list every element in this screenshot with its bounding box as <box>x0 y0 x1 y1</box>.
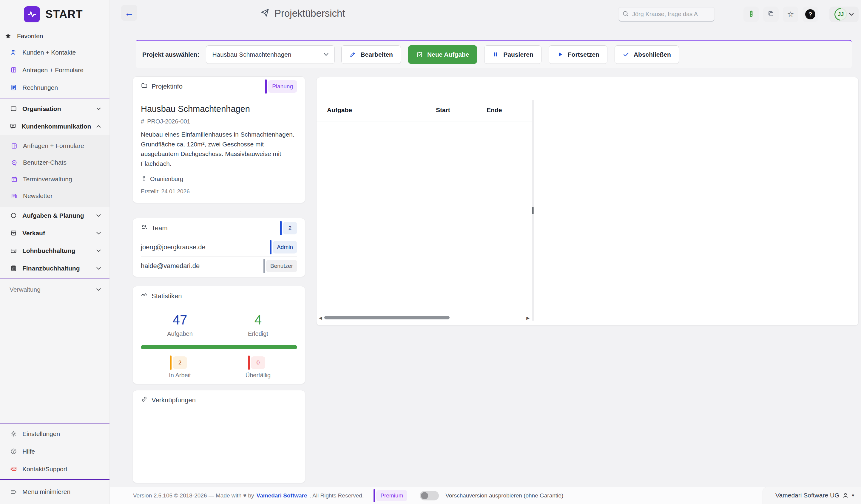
sidebar-item-terminverwaltung[interactable]: Terminverwaltung <box>0 171 109 187</box>
windows-button[interactable] <box>763 6 779 22</box>
sidebar-item-lohnbuchhaltung[interactable]: Lohnbuchhaltung <box>0 242 109 260</box>
sidebar-item-label: Menü minimieren <box>22 488 70 495</box>
hash-icon: # <box>141 118 144 125</box>
pencil-icon <box>349 51 356 58</box>
sidebar-item-favoriten[interactable]: Favoriten <box>0 29 109 44</box>
clipboard-icon <box>416 51 423 58</box>
sidebar-item-kontakt-support[interactable]: Kontakt/Support <box>0 460 109 478</box>
sidebar-item-einstellungen[interactable]: Einstellungen <box>0 425 109 443</box>
copy-windows-icon <box>767 10 775 18</box>
sidebar-item-hilfe[interactable]: Hilfe <box>0 443 109 460</box>
avatar: JJ <box>832 5 849 23</box>
role-badge: Benutzer <box>266 260 297 272</box>
button-label: Neue Aufgabe <box>427 51 469 58</box>
app-logo[interactable]: START <box>0 0 109 29</box>
in-progress-badge: 2 <box>173 356 187 369</box>
archive-icon <box>10 229 17 237</box>
folder-icon <box>141 82 148 91</box>
pane-splitter[interactable] <box>532 100 534 321</box>
sidebar-item-verkauf[interactable]: Verkauf <box>0 224 109 242</box>
chevron-down-icon <box>96 107 101 111</box>
sidebar-item-label: Benutzer-Chats <box>23 159 67 166</box>
arrow-left-icon: ← <box>124 8 134 18</box>
chevron-up-icon <box>96 125 101 128</box>
user-menu[interactable]: JJ <box>829 6 859 22</box>
sidebar-nav: FavoritenKunden + KontakteAnfragen + For… <box>0 29 109 298</box>
sidebar-item-rechnungen[interactable]: Rechnungen <box>0 79 109 96</box>
scrollbar-thumb[interactable] <box>324 316 450 319</box>
search-input[interactable] <box>632 11 711 18</box>
sidebar-item-finanzbuchhaltung[interactable]: Finanzbuchhaltung <box>0 260 109 277</box>
sidebar: START FavoritenKunden + KontakteAnfragen… <box>0 0 110 504</box>
people-icon <box>141 224 148 232</box>
gantt-chart[interactable] <box>534 100 858 321</box>
project-location: Oranienburg <box>141 175 297 183</box>
pausieren-button[interactable]: Pausieren <box>484 45 541 64</box>
sidebar-item-benutzer-chats[interactable]: Benutzer-Chats <box>0 154 109 171</box>
stats-badges: 2 In Arbeit 0 Überfällig <box>141 356 297 379</box>
pause-icon <box>492 51 499 58</box>
abschliessen-button[interactable]: Abschließen <box>615 45 679 64</box>
version-text: Version 2.5.105 © 2018-2026 — Made with … <box>133 492 254 499</box>
team-title: Team <box>152 224 168 232</box>
favorites-button[interactable]: ☆ <box>783 6 798 22</box>
sidebar-item-label: Lohnbuchhaltung <box>22 247 75 254</box>
traffic-light-button[interactable] <box>743 6 759 22</box>
back-button[interactable]: ← <box>121 5 137 21</box>
neue-aufgabe-button[interactable]: Neue Aufgabe <box>408 45 477 64</box>
horizontal-scrollbar[interactable]: ◀ ▶ <box>316 314 532 321</box>
sidebar-item-aufgaben-planung[interactable]: Aufgaben & Planung <box>0 207 109 224</box>
chevron-down-icon <box>96 249 101 253</box>
link-icon <box>141 396 148 404</box>
global-search[interactable] <box>618 7 715 22</box>
sidebar-item-label: Terminverwaltung <box>23 176 72 183</box>
vendor-link[interactable]: Vamedari Software <box>257 492 307 499</box>
sidebar-item-label: Kunden + Kontakte <box>22 49 76 56</box>
tasks-count: 47 <box>141 312 219 327</box>
account-switcher[interactable]: Vamedari Software UG ▾ <box>763 487 861 504</box>
mail-icon <box>10 465 17 472</box>
sidebar-item-kunden-kontakte[interactable]: Kunden + Kontakte <box>0 44 109 61</box>
account-name: Vamedari Software UG <box>775 492 839 499</box>
role-badge: Admin <box>273 241 297 253</box>
sidebar-item-menu-minimieren[interactable]: Menü minimieren <box>0 481 109 502</box>
circle-icon <box>10 212 17 219</box>
project-select-value: Hausbau Schmachtenhagen <box>212 51 291 58</box>
play-icon <box>557 51 563 58</box>
bearbeiten-button[interactable]: Bearbeiten <box>341 45 401 64</box>
form-icon <box>10 142 18 150</box>
project-info-card: Projektinfo Planung Hausbau Schmachtenha… <box>133 76 305 203</box>
chevron-down-icon <box>96 232 101 235</box>
project-select-label: Projekt auswählen: <box>142 51 199 58</box>
splitter-handle[interactable] <box>532 207 534 214</box>
sidebar-item-label: Kundenkommunikation <box>22 123 91 130</box>
project-code: #PROJ-2026-001 <box>141 118 297 125</box>
col-task: Aufgabe <box>327 107 352 114</box>
sidebar-item-kundenkommunikation[interactable]: Kundenkommunikation <box>0 117 109 135</box>
sidebar-item-organisation[interactable]: Organisation <box>0 100 109 117</box>
scroll-left-icon[interactable]: ◀ <box>319 316 322 320</box>
progress-fill <box>141 345 297 349</box>
sidebar-item-newsletter[interactable]: Newsletter <box>0 187 109 204</box>
chevron-down-icon <box>96 267 101 270</box>
location-pin-icon <box>141 175 147 183</box>
preview-toggle[interactable] <box>420 491 439 501</box>
help-icon <box>10 448 17 455</box>
chevron-down-icon <box>324 53 328 56</box>
fortsetzen-button[interactable]: Fortsetzen <box>549 45 607 64</box>
invoice-icon <box>10 84 17 91</box>
tab-bar <box>316 77 858 100</box>
page-title: Projektübersicht <box>260 8 345 19</box>
sidebar-item-label: Verwaltung <box>10 286 41 293</box>
team-rows: joerg@joergkrause.deAdminhaide@vamedari.… <box>141 238 297 275</box>
project-select[interactable]: Hausbau Schmachtenhagen <box>206 45 335 64</box>
search-icon <box>622 10 629 18</box>
gantt-panel: Aufgabe Start Ende ◀ ▶ <box>316 77 859 326</box>
member-email: haide@vamedari.de <box>141 262 200 270</box>
sidebar-item-anfragen-formulare[interactable]: Anfragen + Formulare <box>0 61 109 79</box>
help-button[interactable]: ? <box>803 6 818 22</box>
sidebar-item-anfragen-formulare-sub[interactable]: Anfragen + Formulare <box>0 138 109 154</box>
scroll-right-icon[interactable]: ▶ <box>526 316 530 320</box>
sidebar-item-verwaltung[interactable]: Verwaltung <box>0 281 109 298</box>
footer: Version 2.5.105 © 2018-2026 — Made with … <box>110 487 861 504</box>
